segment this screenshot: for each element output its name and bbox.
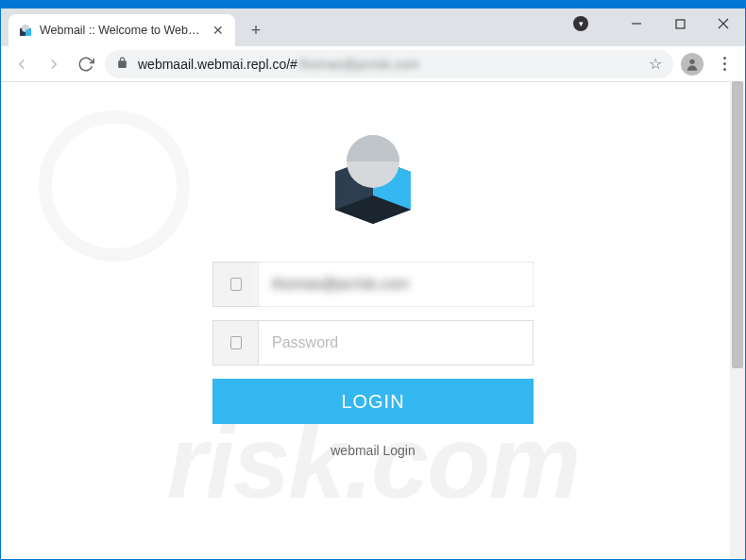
- browser-tab[interactable]: Webmail :: Welcome to Webmail ✕: [8, 14, 235, 46]
- url-text: webmaail.webmai.repl.co/#thomas@pcrisk.c…: [138, 57, 639, 72]
- new-tab-button[interactable]: +: [243, 17, 269, 43]
- webmail-logo-icon: [316, 120, 430, 233]
- vertical-scrollbar[interactable]: [730, 81, 745, 559]
- svg-point-7: [689, 59, 694, 63]
- window-maximize-button[interactable]: [658, 8, 702, 39]
- svg-rect-4: [676, 20, 685, 28]
- password-input[interactable]: [259, 321, 533, 365]
- tab-strip: Webmail :: Welcome to Webmail ✕ + ▾: [1, 8, 745, 46]
- browser-toolbar: webmaail.webmai.repl.co/#thomas@pcrisk.c…: [1, 46, 745, 82]
- login-form: LOGIN webmail Login: [203, 120, 543, 458]
- bookmark-star-icon[interactable]: ☆: [649, 55, 662, 73]
- menu-button[interactable]: [711, 51, 738, 77]
- password-icon: [213, 321, 259, 365]
- page-content: risk.com LOGIN: [1, 82, 745, 559]
- address-bar[interactable]: webmaail.webmai.repl.co/#thomas@pcrisk.c…: [105, 50, 673, 78]
- tab-close-icon[interactable]: ✕: [211, 21, 226, 40]
- tab-favicon-icon: [18, 23, 33, 38]
- tab-title: Webmail :: Welcome to Webmail: [40, 24, 204, 37]
- forward-button[interactable]: [41, 51, 67, 77]
- password-field-wrapper: [212, 320, 534, 365]
- login-button[interactable]: LOGIN: [212, 379, 534, 424]
- email-input[interactable]: [259, 263, 533, 306]
- email-field-wrapper: [212, 262, 534, 307]
- lock-icon: [116, 57, 128, 72]
- profile-button[interactable]: [679, 51, 705, 77]
- scrollbar-thumb[interactable]: [732, 81, 743, 368]
- window-minimize-button[interactable]: [615, 8, 658, 39]
- extension-indicator-icon[interactable]: ▾: [566, 8, 596, 39]
- login-footer-label: webmail Login: [331, 443, 415, 458]
- window-close-button[interactable]: [702, 8, 745, 39]
- email-icon: [213, 263, 259, 306]
- reload-button[interactable]: [73, 51, 99, 77]
- back-button[interactable]: [8, 51, 35, 77]
